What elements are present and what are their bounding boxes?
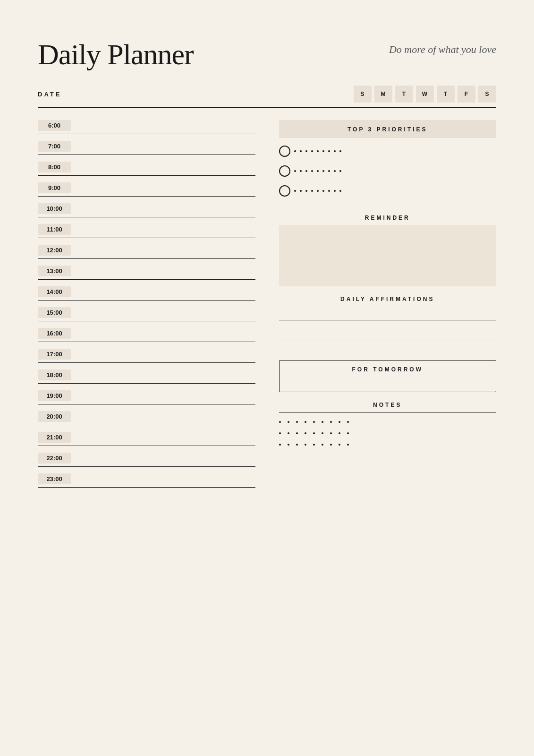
date-row: DATE SMTWTFS xyxy=(38,86,496,108)
priority-item[interactable] xyxy=(279,185,497,197)
time-slot: 20:00 xyxy=(38,411,255,425)
time-slot-line[interactable] xyxy=(78,193,255,193)
dot xyxy=(334,170,336,172)
reminder-box[interactable] xyxy=(279,225,497,286)
dot xyxy=(322,150,324,152)
day-box[interactable]: S xyxy=(354,86,372,103)
page-title: Daily Planner xyxy=(38,38,194,71)
tomorrow-title: FOR TOMORROW xyxy=(287,366,489,373)
time-slot-line[interactable] xyxy=(78,359,255,360)
time-label: 19:00 xyxy=(38,390,71,401)
day-box[interactable]: T xyxy=(395,86,413,103)
time-slot-line[interactable] xyxy=(78,214,255,214)
dot xyxy=(294,170,296,172)
time-label: 15:00 xyxy=(38,307,71,318)
day-box[interactable]: T xyxy=(437,86,455,103)
priority-item[interactable] xyxy=(279,165,497,177)
notes-dot xyxy=(288,421,289,423)
notes-dot xyxy=(305,421,306,423)
priority-circle[interactable] xyxy=(279,146,290,157)
notes-dot xyxy=(330,432,332,434)
time-slot: 8:00 xyxy=(38,162,255,176)
time-slots-column: 6:007:008:009:0010:0011:0012:0013:0014:0… xyxy=(38,120,255,494)
time-slot-line[interactable] xyxy=(78,234,255,235)
day-box[interactable]: M xyxy=(374,86,392,103)
notes-dot xyxy=(322,421,323,423)
priority-item[interactable] xyxy=(279,146,497,157)
time-label: 12:00 xyxy=(38,245,71,256)
time-slot: 12:00 xyxy=(38,245,255,259)
notes-dot xyxy=(288,444,289,446)
time-label: 9:00 xyxy=(38,182,71,193)
right-column: TOP 3 PRIORITIES REMINDER DAILY AFFIRMAT… xyxy=(279,120,497,494)
time-label: 18:00 xyxy=(38,369,71,380)
dot xyxy=(317,190,319,192)
notes-dot xyxy=(313,421,315,423)
page: Daily Planner Do more of what you love D… xyxy=(0,0,534,756)
dot xyxy=(294,190,296,192)
tomorrow-box[interactable]: FOR TOMORROW xyxy=(279,360,497,392)
time-label: 20:00 xyxy=(38,411,71,422)
time-slot-line[interactable] xyxy=(78,130,255,131)
time-slot-line[interactable] xyxy=(78,172,255,172)
notes-dot xyxy=(279,432,281,434)
priority-circle[interactable] xyxy=(279,165,290,177)
notes-dot xyxy=(339,432,340,434)
day-box[interactable]: W xyxy=(416,86,434,103)
time-label: 14:00 xyxy=(38,286,71,297)
affirmation-line-1[interactable] xyxy=(279,311,497,320)
priority-dots-line xyxy=(294,150,497,152)
notes-dots-row-2 xyxy=(279,432,497,434)
notes-dot xyxy=(347,444,349,446)
dot xyxy=(317,170,319,172)
time-slot-line[interactable] xyxy=(78,297,255,297)
dot xyxy=(328,190,330,192)
time-label: 8:00 xyxy=(38,162,71,172)
notes-dot xyxy=(330,421,332,423)
notes-dot xyxy=(347,421,349,423)
day-box[interactable]: S xyxy=(478,86,496,103)
time-slot-line[interactable] xyxy=(78,421,255,422)
dot xyxy=(322,190,324,192)
notes-label: NOTES xyxy=(279,402,497,408)
dot xyxy=(311,170,313,172)
time-slot: 23:00 xyxy=(38,473,255,488)
priority-dots-line xyxy=(294,170,497,172)
time-slot-line[interactable] xyxy=(78,338,255,339)
affirmation-line-2[interactable] xyxy=(279,331,497,340)
priority-items xyxy=(279,146,497,197)
day-box[interactable]: F xyxy=(458,86,475,103)
time-slot-line[interactable] xyxy=(78,151,255,152)
notes-dot xyxy=(339,444,340,446)
dot xyxy=(339,170,341,172)
time-slot: 22:00 xyxy=(38,453,255,467)
time-slot-line[interactable] xyxy=(78,463,255,464)
time-label: 21:00 xyxy=(38,432,71,443)
priority-circle[interactable] xyxy=(279,185,290,197)
notes-dot xyxy=(305,432,306,434)
time-slot-line[interactable] xyxy=(78,255,255,256)
time-label: 7:00 xyxy=(38,141,71,152)
tomorrow-section: FOR TOMORROW xyxy=(279,360,497,392)
time-label: 13:00 xyxy=(38,266,71,276)
time-slot: 15:00 xyxy=(38,307,255,321)
dot xyxy=(311,150,313,152)
main-layout: 6:007:008:009:0010:0011:0012:0013:0014:0… xyxy=(38,120,496,494)
dot xyxy=(300,150,302,152)
notes-dot xyxy=(339,421,340,423)
time-slot-line[interactable] xyxy=(78,484,255,484)
dot xyxy=(305,190,307,192)
time-slot-line[interactable] xyxy=(78,401,255,401)
dot xyxy=(328,170,330,172)
time-slot-line[interactable] xyxy=(78,442,255,443)
notes-dot xyxy=(279,444,281,446)
time-slot-line[interactable] xyxy=(78,380,255,380)
time-slot-line[interactable] xyxy=(78,276,255,276)
dot xyxy=(322,170,324,172)
dot xyxy=(317,150,319,152)
time-slot: 10:00 xyxy=(38,203,255,217)
notes-dot xyxy=(288,432,289,434)
time-slot-line[interactable] xyxy=(78,318,255,318)
time-label: 23:00 xyxy=(38,473,71,484)
dot xyxy=(334,190,336,192)
